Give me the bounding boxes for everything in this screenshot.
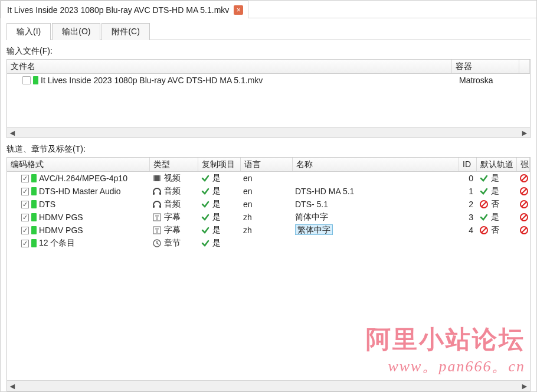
files-hscroll[interactable]: ◄ ► <box>7 127 530 138</box>
tracks-body[interactable]: AVC/H.264/MPEG-4p10 视频 是 en 0 是 DTS-HD M… <box>7 172 530 380</box>
track-row[interactable]: HDMV PGS 字幕 是 zh 简体中字 3 是 <box>7 211 530 224</box>
tracks-header-copy[interactable]: 复制项目 <box>198 158 241 171</box>
default-text: 否 <box>491 199 499 210</box>
tracks-header-codec[interactable]: 编码格式 <box>7 158 150 171</box>
color-swatch <box>33 76 38 84</box>
scroll-left-icon[interactable]: ◄ <box>7 128 18 138</box>
checkmark-icon <box>201 187 210 196</box>
lang-text: en <box>243 187 253 196</box>
checkmark-icon <box>201 213 210 222</box>
type-text: 音频 <box>164 186 181 197</box>
files-header-extra[interactable] <box>519 60 530 73</box>
default-text: 是 <box>491 173 499 184</box>
file-tab-title: It Lives Inside 2023 1080p Blu-ray AVC D… <box>7 5 229 15</box>
copy-text: 是 <box>212 186 221 197</box>
watermark: 阿里小站论坛 www。pan666。cn <box>366 323 525 377</box>
main-tab-bar: 输入(I) 输出(O) 附件(C) <box>6 23 531 40</box>
default-text: 是 <box>491 212 499 223</box>
track-row[interactable]: 12 个条目 章节 是 <box>7 237 530 250</box>
tracks-header-default[interactable]: 默认轨道 <box>477 158 517 171</box>
copy-text: 是 <box>212 212 221 223</box>
checkmark-icon <box>201 174 210 183</box>
lang-text: zh <box>243 226 252 235</box>
tracks-header-forced[interactable]: 强 <box>517 158 530 171</box>
files-body[interactable]: It Lives Inside 2023 1080p Blu-ray AVC D… <box>7 74 530 127</box>
audio-icon <box>152 187 162 196</box>
subtitle-icon <box>152 213 162 222</box>
default-text: 否 <box>491 225 499 236</box>
watermark-line2: www。pan666。cn <box>366 356 525 377</box>
file-container: Matroska <box>459 76 526 85</box>
color-swatch <box>31 213 37 221</box>
track-name[interactable]: 简体中字 <box>295 212 328 221</box>
track-checkbox[interactable] <box>21 175 29 182</box>
track-checkbox[interactable] <box>21 201 29 208</box>
scroll-right-icon[interactable]: ► <box>519 381 530 391</box>
scroll-left-icon[interactable]: ◄ <box>7 381 18 391</box>
files-panel: 文件名 容器 It Lives Inside 2023 1080p Blu-ra… <box>6 59 531 138</box>
checkmark-icon <box>201 200 210 209</box>
track-row[interactable]: HDMV PGS 字幕 是 zh 繁体中字 4 否 <box>7 224 530 237</box>
track-checkbox[interactable] <box>21 240 29 247</box>
video-icon <box>152 174 162 183</box>
file-icon <box>22 76 31 84</box>
tracks-header-lang[interactable]: 语言 <box>241 158 293 171</box>
checkmark-icon <box>479 174 489 183</box>
default-text: 是 <box>491 186 499 197</box>
audio-icon <box>152 200 162 209</box>
color-swatch <box>31 174 37 182</box>
codec-text: DTS-HD Master Audio <box>39 187 120 196</box>
tab-output[interactable]: 输出(O) <box>52 23 100 40</box>
window: It Lives Inside 2023 1080p Blu-ray AVC D… <box>0 0 537 392</box>
track-checkbox[interactable] <box>21 188 29 195</box>
forbidden-icon <box>519 200 529 209</box>
copy-text: 是 <box>212 238 221 249</box>
copy-text: 是 <box>212 173 221 184</box>
tab-attachments[interactable]: 附件(C) <box>101 23 149 40</box>
track-name[interactable]: DTS-HD MA 5.1 <box>295 187 354 196</box>
track-checkbox[interactable] <box>21 227 29 234</box>
copy-text: 是 <box>212 225 221 236</box>
tracks-hscroll[interactable]: ◄ ► <box>7 380 530 391</box>
track-row[interactable]: DTS 音频 是 en DTS- 5.1 2 否 <box>7 198 530 211</box>
copy-text: 是 <box>212 199 221 210</box>
track-checkbox[interactable] <box>21 214 29 221</box>
forbidden-icon <box>479 226 489 235</box>
file-tab-bar: It Lives Inside 2023 1080p Blu-ray AVC D… <box>1 1 536 18</box>
forbidden-icon <box>479 200 489 209</box>
track-row[interactable]: AVC/H.264/MPEG-4p10 视频 是 en 0 是 <box>7 172 530 185</box>
tab-input[interactable]: 输入(I) <box>6 23 51 40</box>
type-text: 音频 <box>164 199 181 210</box>
type-text: 字幕 <box>164 212 181 223</box>
color-swatch <box>31 187 37 195</box>
lang-text: en <box>243 200 253 209</box>
checkmark-icon <box>479 213 489 222</box>
tracks-header-name[interactable]: 名称 <box>293 158 459 171</box>
track-id: 0 <box>469 174 473 183</box>
file-row[interactable]: It Lives Inside 2023 1080p Blu-ray AVC D… <box>7 74 530 87</box>
tracks-header-id[interactable]: ID <box>459 158 477 171</box>
color-swatch <box>31 200 37 208</box>
track-row[interactable]: DTS-HD Master Audio 音频 是 en DTS-HD MA 5.… <box>7 185 530 198</box>
close-icon[interactable]: × <box>234 5 243 15</box>
scroll-right-icon[interactable]: ► <box>519 128 530 138</box>
tracks-panel: 编码格式 类型 复制项目 语言 名称 ID 默认轨道 强 AVC/H.264/M… <box>6 157 531 391</box>
codec-text: HDMV PGS <box>39 213 83 222</box>
codec-text: DTS <box>39 200 55 209</box>
color-swatch <box>31 239 37 247</box>
input-files-label: 输入文件(F): <box>6 46 531 57</box>
track-id: 1 <box>469 187 473 196</box>
content-area: 输入(I) 输出(O) 附件(C) 输入文件(F): 文件名 容器 It Liv… <box>1 18 536 391</box>
track-name[interactable]: DTS- 5.1 <box>295 200 328 209</box>
tracks-header-type[interactable]: 类型 <box>150 158 198 171</box>
subtitle-icon <box>152 226 162 235</box>
track-id: 4 <box>469 226 473 235</box>
track-id: 2 <box>469 200 473 209</box>
track-id: 3 <box>469 213 473 222</box>
files-header-name[interactable]: 文件名 <box>7 60 452 73</box>
track-name[interactable]: 繁体中字 <box>295 224 333 235</box>
files-header-container[interactable]: 容器 <box>452 60 519 73</box>
file-tab[interactable]: It Lives Inside 2023 1080p Blu-ray AVC D… <box>1 1 248 18</box>
tracks-label: 轨道、章节及标签(T): <box>6 144 531 155</box>
file-name: It Lives Inside 2023 1080p Blu-ray AVC D… <box>41 76 263 85</box>
